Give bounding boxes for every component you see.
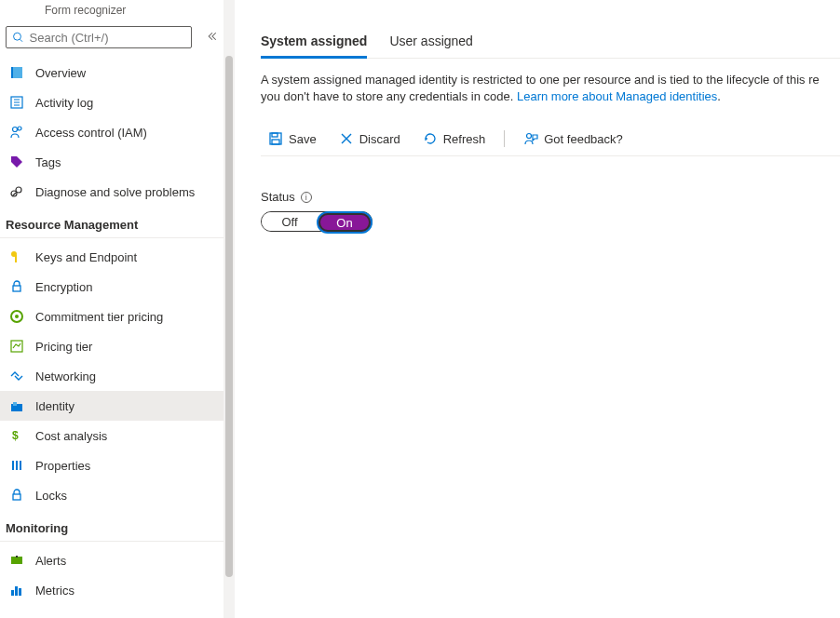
sidebar-item-diagnose[interactable]: Diagnose and solve problems: [0, 177, 224, 207]
sidebar-item-properties[interactable]: Properties: [0, 450, 224, 480]
main-content: System assigned User assigned A system a…: [235, 0, 840, 618]
sidebar-item-label: Diagnose and solve problems: [35, 185, 195, 199]
sidebar-item-label: Metrics: [35, 584, 75, 598]
svg-text:$: $: [12, 429, 19, 442]
save-button[interactable]: Save: [261, 128, 324, 150]
svg-rect-27: [16, 556, 18, 558]
search-box[interactable]: [6, 26, 192, 48]
sidebar-item-cost-analysis[interactable]: $ Cost analysis: [0, 421, 224, 450]
sidebar-item-label: Access control (IAM): [35, 126, 147, 140]
discard-button[interactable]: Discard: [332, 128, 408, 150]
overview-icon: [9, 65, 24, 80]
section-header-resource-management: Resource Management: [0, 207, 224, 238]
save-icon: [268, 131, 283, 146]
svg-rect-23: [16, 461, 18, 470]
svg-rect-18: [11, 341, 22, 352]
cost-icon: $: [9, 428, 24, 443]
sidebar-item-tags[interactable]: Tags: [0, 147, 224, 177]
resource-type-label: Form recognizer: [0, 4, 224, 22]
toolbar: Save Discard Refresh Got feedback?: [261, 122, 840, 156]
tab-user-assigned[interactable]: User assigned: [389, 28, 473, 59]
sidebar-item-activity-log[interactable]: Activity log: [0, 87, 224, 117]
collapse-sidebar-button[interactable]: [207, 31, 218, 45]
sidebar-item-encryption[interactable]: Encryption: [0, 272, 224, 302]
svg-rect-14: [15, 255, 17, 262]
svg-point-12: [11, 191, 17, 196]
toolbar-label: Got feedback?: [544, 132, 623, 146]
toolbar-label: Discard: [359, 132, 400, 146]
diagnose-icon: [9, 184, 24, 199]
sidebar-item-commitment-tier[interactable]: Commitment tier pricing: [0, 302, 224, 331]
svg-rect-24: [20, 461, 21, 470]
learn-more-link[interactable]: Learn more about Managed identities: [517, 89, 717, 103]
sidebar-scrollbar[interactable]: [224, 0, 235, 618]
feedback-icon: [523, 131, 538, 146]
svg-rect-22: [12, 461, 14, 470]
status-label: Status: [261, 190, 295, 204]
scrollbar-thumb[interactable]: [225, 56, 233, 577]
sidebar-item-access-control[interactable]: Access control (IAM): [0, 117, 224, 147]
search-row: [0, 22, 224, 58]
sidebar-item-metrics[interactable]: Metrics: [0, 575, 224, 605]
access-control-icon: [9, 125, 24, 140]
svg-rect-30: [19, 588, 21, 596]
sidebar-item-label: Properties: [35, 459, 90, 473]
toolbar-label: Refresh: [443, 132, 486, 146]
svg-rect-32: [272, 133, 278, 137]
refresh-button[interactable]: Refresh: [415, 128, 494, 150]
section-header-monitoring: Monitoring: [0, 510, 224, 542]
svg-point-36: [527, 134, 532, 139]
svg-rect-3: [13, 67, 22, 78]
sidebar-item-overview[interactable]: Overview: [0, 58, 224, 87]
sidebar-item-label: Tags: [35, 155, 61, 169]
status-toggle-on[interactable]: On: [317, 211, 373, 234]
tags-icon: [9, 154, 24, 169]
metrics-icon: [9, 583, 24, 598]
identity-icon: [9, 398, 24, 413]
tab-system-assigned[interactable]: System assigned: [261, 28, 367, 59]
sidebar-item-label: Overview: [35, 66, 86, 80]
svg-rect-25: [13, 494, 20, 500]
sidebar-item-label: Identity: [35, 399, 75, 413]
sidebar-item-networking[interactable]: Networking: [0, 361, 224, 391]
svg-point-8: [13, 128, 18, 132]
discard-icon: [339, 131, 354, 146]
svg-rect-15: [13, 286, 20, 291]
search-input[interactable]: [30, 31, 185, 45]
sidebar-item-label: Commitment tier pricing: [35, 310, 163, 324]
tabs: System assigned User assigned: [261, 28, 840, 59]
properties-icon: [9, 458, 24, 473]
status-label-row: Status i: [261, 190, 840, 204]
sidebar-item-label: Activity log: [35, 96, 93, 110]
sidebar-item-pricing-tier[interactable]: Pricing tier: [0, 331, 224, 361]
sidebar-item-label: Networking: [35, 369, 96, 383]
toolbar-separator: [504, 130, 505, 147]
pricing-icon: [9, 339, 24, 354]
sidebar-item-label: Pricing tier: [35, 340, 92, 354]
key-icon: [9, 249, 24, 264]
svg-line-1: [20, 39, 22, 41]
networking-icon: [9, 369, 24, 383]
status-toggle[interactable]: Off On: [261, 211, 373, 232]
toolbar-label: Save: [289, 132, 317, 146]
alerts-icon: [9, 553, 24, 568]
description-period: .: [717, 89, 721, 103]
feedback-button[interactable]: Got feedback?: [516, 128, 630, 150]
svg-rect-28: [11, 590, 14, 596]
lock-icon: [9, 488, 24, 503]
sidebar-item-keys-endpoint[interactable]: Keys and Endpoint: [0, 242, 224, 272]
info-icon[interactable]: i: [301, 192, 312, 203]
sidebar-item-alerts[interactable]: Alerts: [0, 545, 224, 575]
status-toggle-off[interactable]: Off: [262, 212, 318, 231]
activity-log-icon: [9, 95, 24, 110]
sidebar: Form recognizer Overview Activity log Ac…: [0, 0, 224, 618]
svg-rect-33: [272, 140, 279, 144]
commitment-icon: [9, 309, 24, 324]
svg-point-9: [18, 127, 21, 130]
status-block: Status i Off On: [261, 190, 840, 232]
sidebar-item-identity[interactable]: Identity: [0, 391, 224, 421]
search-icon: [12, 31, 24, 44]
sidebar-item-label: Keys and Endpoint: [35, 250, 137, 264]
refresh-icon: [423, 131, 438, 146]
sidebar-item-locks[interactable]: Locks: [0, 480, 224, 510]
